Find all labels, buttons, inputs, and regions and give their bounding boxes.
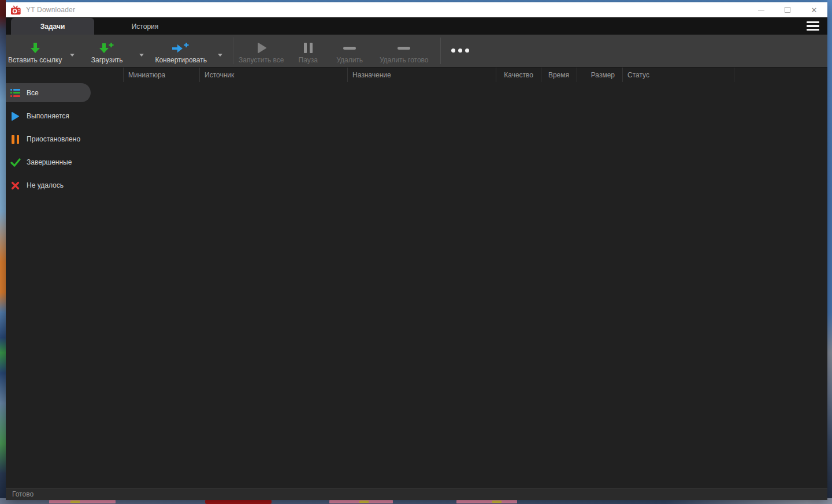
title-bar: YT Downloader ✕ xyxy=(6,2,827,17)
wallpaper-blob xyxy=(456,500,517,503)
filter-sidebar: Все Выполняется Приостановлено З xyxy=(6,82,116,197)
table-header: Миниатюра Источник Назначение Качество В… xyxy=(6,67,827,82)
column-blank xyxy=(6,68,123,82)
filter-completed[interactable]: Завершенные xyxy=(6,151,116,174)
wallpaper-blob xyxy=(49,500,116,503)
window-controls: ✕ xyxy=(748,2,827,17)
column-destination[interactable]: Назначение xyxy=(347,68,496,82)
tab-bar: Задачи История xyxy=(6,17,827,35)
close-button[interactable]: ✕ xyxy=(801,2,827,17)
tab-history-label: История xyxy=(132,23,159,31)
toolbar: Вставить ссылку Загрузить xyxy=(6,35,827,67)
maximize-button[interactable] xyxy=(774,2,801,17)
chevron-down-icon xyxy=(218,54,222,57)
download-button[interactable]: Загрузить xyxy=(80,35,133,67)
tab-tasks-label: Задачи xyxy=(40,23,65,31)
download-plus-icon xyxy=(98,40,116,56)
window-title: YT Downloader xyxy=(26,6,75,14)
app-window: YT Downloader ✕ Задачи История Вставить … xyxy=(6,2,827,500)
status-text: Готово xyxy=(6,490,34,498)
status-bar: Готово xyxy=(6,488,827,500)
desktop-wallpaper-left xyxy=(0,0,6,504)
tab-history[interactable]: История xyxy=(94,18,196,35)
convert-label: Конвертировать xyxy=(155,56,207,64)
column-size[interactable]: Размер xyxy=(577,68,622,82)
chevron-down-icon xyxy=(70,54,75,57)
column-time[interactable]: Время xyxy=(541,68,577,82)
minus-icon xyxy=(343,40,356,56)
download-dropdown[interactable] xyxy=(133,35,150,67)
download-split-button: Загрузить xyxy=(80,35,150,67)
tab-tasks[interactable]: Задачи xyxy=(11,18,94,35)
paste-link-label: Вставить ссылку xyxy=(8,56,62,64)
delete-button[interactable]: Удалить xyxy=(327,35,372,67)
filter-running-label: Выполняется xyxy=(27,112,69,120)
filter-all-label: Все xyxy=(27,89,39,97)
pause-icon xyxy=(304,40,313,56)
check-icon xyxy=(10,158,21,167)
paste-link-dropdown[interactable] xyxy=(64,35,80,67)
task-list-area: Все Выполняется Приостановлено З xyxy=(6,82,827,488)
start-all-button[interactable]: Запустить все xyxy=(233,35,289,67)
colored-list-icon xyxy=(10,89,21,97)
paste-link-button[interactable]: Вставить ссылку xyxy=(6,35,64,67)
wallpaper-blob xyxy=(70,501,80,503)
pause-button[interactable]: Пауза xyxy=(289,35,327,67)
convert-arrow-plus-icon xyxy=(171,40,191,56)
chevron-down-icon xyxy=(139,54,144,57)
more-actions-button[interactable] xyxy=(441,35,479,67)
filter-paused[interactable]: Приостановлено xyxy=(6,128,116,151)
pause-label: Пауза xyxy=(299,56,318,64)
column-filler xyxy=(734,68,827,82)
delete-completed-label: Удалить готово xyxy=(380,56,429,64)
convert-dropdown[interactable] xyxy=(212,35,228,67)
convert-split-button: Конвертировать xyxy=(150,35,228,67)
filter-failed[interactable]: Не удалось xyxy=(6,174,116,197)
desktop: YT Downloader ✕ Задачи История Вставить … xyxy=(0,0,832,504)
menu-icon[interactable] xyxy=(807,21,819,31)
minimize-button[interactable] xyxy=(748,2,774,17)
minimize-icon xyxy=(758,10,764,10)
column-source[interactable]: Источник xyxy=(199,68,347,82)
filter-all[interactable]: Все xyxy=(6,83,91,102)
column-quality[interactable]: Качество xyxy=(496,68,541,82)
delete-label: Удалить xyxy=(336,56,363,64)
minus-icon xyxy=(398,40,410,56)
close-icon: ✕ xyxy=(811,6,818,14)
wallpaper-blob xyxy=(359,501,369,503)
wallpaper-blob xyxy=(492,501,502,503)
download-arrow-icon xyxy=(29,40,42,56)
paste-link-split-button: Вставить ссылку xyxy=(6,35,80,67)
wallpaper-blob xyxy=(205,499,272,504)
filter-paused-label: Приостановлено xyxy=(27,135,80,143)
desktop-wallpaper-right xyxy=(827,0,832,504)
column-thumbnail[interactable]: Миниатюра xyxy=(123,68,199,82)
start-all-label: Запустить все xyxy=(239,56,284,64)
download-label: Загрузить xyxy=(91,56,123,64)
play-icon xyxy=(10,111,21,121)
convert-button[interactable]: Конвертировать xyxy=(150,35,212,67)
x-icon xyxy=(10,181,21,190)
column-status[interactable]: Статус xyxy=(622,68,734,82)
app-icon xyxy=(10,5,21,15)
delete-completed-button[interactable]: Удалить готово xyxy=(372,35,436,67)
pause-icon xyxy=(10,135,21,144)
filter-completed-label: Завершенные xyxy=(27,158,72,166)
filter-failed-label: Не удалось xyxy=(27,181,64,189)
ellipsis-icon xyxy=(451,48,469,53)
play-icon xyxy=(254,40,268,56)
maximize-icon xyxy=(785,7,790,13)
filter-running[interactable]: Выполняется xyxy=(6,104,116,128)
